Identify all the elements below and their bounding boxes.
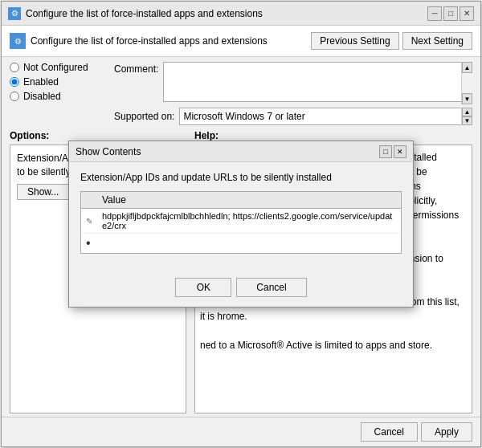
modal-title-bar: Show Contents □ ✕ (69, 141, 413, 162)
modal-close-button[interactable]: ✕ (394, 145, 406, 158)
table-header-value: Value (102, 194, 396, 206)
show-contents-modal: Show Contents □ ✕ Extension/App IDs and … (68, 141, 414, 307)
table-row-1[interactable]: ✎ hdppkjifljbdpckfajcmlblbchhledln; http… (81, 209, 401, 234)
modal-overlay: Show Contents □ ✕ Extension/App IDs and … (0, 0, 482, 448)
table-row-2[interactable]: • (81, 234, 401, 253)
modal-subtitle: Extension/App IDs and update URLs to be … (80, 172, 402, 183)
table-row-1-value[interactable]: hdppkjifljbdpckfajcmlblbchhledln; https:… (102, 211, 396, 230)
modal-footer: OK Cancel (69, 271, 413, 307)
table-row-1-icon: ✎ (86, 217, 102, 226)
modal-controls: □ ✕ (379, 145, 406, 158)
modal-cancel-button[interactable]: Cancel (236, 278, 306, 297)
modal-ok-button[interactable]: OK (175, 278, 231, 297)
modal-content: Extension/App IDs and update URLs to be … (69, 162, 413, 271)
new-row-bullet: • (86, 236, 91, 250)
table-row-2-input[interactable] (102, 238, 396, 249)
modal-table: Value ✎ hdppkjifljbdpckfajcmlblbchhledln… (80, 191, 402, 254)
table-header: Value (81, 192, 401, 209)
table-row-2-icon: • (86, 237, 102, 250)
modal-maximize-button[interactable]: □ (379, 145, 392, 158)
modal-title: Show Contents (76, 146, 141, 157)
